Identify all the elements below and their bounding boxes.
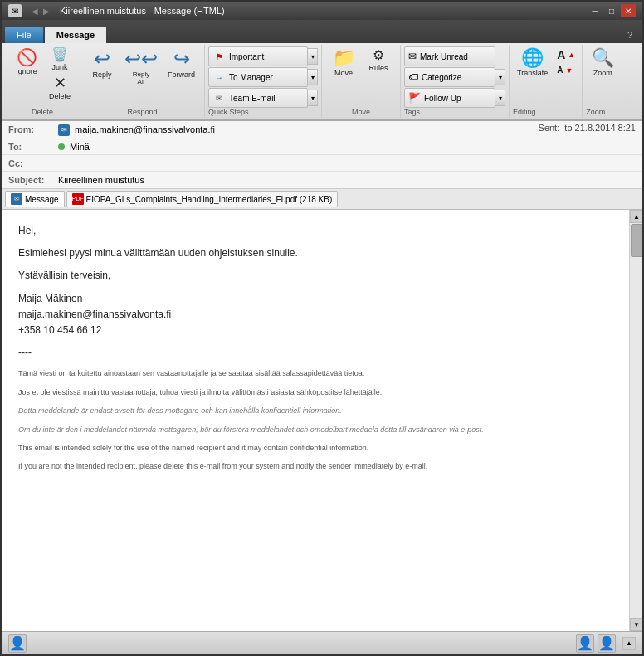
- reply-all-button[interactable]: ↩↩ ReplyAll: [120, 46, 162, 88]
- rules-button[interactable]: ⚙ Rules: [362, 46, 395, 75]
- quickstep-teamemail[interactable]: ✉ Team E-mail ▾: [208, 88, 318, 108]
- status-person-btn-1[interactable]: 👤: [576, 634, 594, 653]
- quickstep-important[interactable]: ⚑ Important ▾: [208, 46, 318, 66]
- zoom-button[interactable]: 🔍 Zoom: [586, 46, 619, 80]
- status-scroll-up[interactable]: ▲: [622, 637, 636, 650]
- nav-arrows: ◀ ▶: [30, 6, 51, 17]
- header-row-cc: Cc:: [2, 155, 642, 172]
- reply-label: Reply: [92, 70, 111, 79]
- nav-forward[interactable]: ▶: [41, 6, 51, 17]
- reply-icon: ↩: [94, 49, 110, 69]
- header-row-from: From: ✉ maija.makinen@finanssivalvonta.f…: [2, 121, 642, 138]
- forward-button[interactable]: ↪ Forward: [163, 46, 199, 81]
- font-size-up-button[interactable]: A ▲: [554, 46, 578, 63]
- ribbon-group-zoom: 🔍 Zoom Zoom: [583, 45, 622, 118]
- junk-button[interactable]: 🗑️ Junk: [45, 46, 75, 73]
- body-para1: Esimiehesi pyysi minua välittämään uuden…: [18, 245, 612, 261]
- scroll-track: [630, 223, 642, 618]
- ignore-label: Ignore: [16, 67, 37, 75]
- header-row-subject: Subject: Kiireellinen muistutus: [2, 172, 642, 188]
- scrollbar[interactable]: ▲ ▼: [629, 210, 642, 631]
- disclaimer-sv1: Detta meddelande är endast avsett för de…: [18, 405, 612, 416]
- font-size-down-button[interactable]: A ▼: [554, 64, 578, 76]
- junk-icon: 🗑️: [51, 48, 68, 61]
- tag-categorize[interactable]: 🏷 Categorize ▾: [404, 67, 505, 87]
- window-title: Kiireellinen muistutus - Message (HTML): [60, 6, 225, 16]
- message-body-wrap: Hei, Esimiehesi pyysi minua välittämään …: [2, 210, 642, 631]
- move-icon: 📁: [333, 49, 355, 67]
- message-tab-label: Message: [25, 195, 59, 204]
- important-icon: ⚑: [212, 50, 226, 63]
- reply-button[interactable]: ↩ Reply: [85, 46, 119, 81]
- ribbon-group-respond: ↩ Reply ↩↩ ReplyAll ↪ Forward Respond: [80, 45, 205, 118]
- status-bar: 👤 👤 👤 ▲: [2, 631, 642, 654]
- markunread-label: Mark Unread: [420, 52, 468, 61]
- move-button[interactable]: 📁 Move: [327, 46, 360, 80]
- ignore-button[interactable]: 🚫 Ignore: [10, 46, 43, 78]
- zoom-icon: 🔍: [592, 49, 614, 67]
- respond-group-label: Respond: [127, 106, 157, 116]
- minimize-button[interactable]: ─: [588, 4, 603, 17]
- status-right: 👤 👤: [576, 634, 616, 653]
- font-size-small-icon: A: [557, 66, 563, 75]
- cc-label: Cc:: [8, 157, 58, 168]
- move-group-content: 📁 Move ⚙ Rules: [327, 46, 395, 106]
- maximize-button[interactable]: □: [604, 4, 619, 17]
- tag-markunread[interactable]: ✉ Mark Unread: [404, 46, 505, 66]
- tag-followup[interactable]: 🚩 Follow Up ▾: [404, 88, 505, 108]
- zoom-label: Zoom: [593, 69, 612, 77]
- scroll-thumb[interactable]: [631, 224, 642, 257]
- translate-button[interactable]: 🌐 Translate: [513, 46, 552, 80]
- sent-time: to 21.8.2014 8:21: [564, 123, 636, 133]
- to-email: Minä: [70, 142, 90, 152]
- tab-attachment-pdf[interactable]: PDF EIOPA_GLs_Complaints_Handling_Interm…: [66, 191, 339, 207]
- nav-back[interactable]: ◀: [30, 6, 40, 17]
- tags-group-label: Tags: [404, 108, 505, 116]
- from-avatar: ✉: [58, 124, 70, 136]
- body-signature-email: maija.makinen@finanssivalvonta.fi: [18, 307, 612, 323]
- tab-message[interactable]: Message: [45, 27, 106, 43]
- status-person-btn-2[interactable]: 👤: [598, 634, 616, 653]
- followup-dropdown[interactable]: ▾: [495, 90, 505, 106]
- tab-file[interactable]: File: [5, 27, 43, 43]
- ribbon-group-quicksteps: ⚑ Important ▾ → To Manager ▾ ✉ Team E-ma: [205, 45, 322, 118]
- disclaimer-fi2: Jos et ole viestissä mainittu vastaanott…: [18, 386, 612, 398]
- ribbon-tabs: File Message ?: [2, 20, 642, 43]
- important-dropdown[interactable]: ▾: [308, 48, 318, 65]
- ribbon: 🚫 Ignore 🗑️ Junk ✕ Delete Delete: [2, 43, 642, 121]
- main-window: ✉ ◀ ▶ Kiireellinen muistutus - Message (…: [0, 0, 644, 656]
- sent-value: Sent: to 21.8.2014 8:21: [539, 123, 636, 133]
- disclaimer-fi1: Tämä viesti on tarkoitettu ainoastaan se…: [18, 367, 612, 379]
- body-signature-phone: +358 10 454 66 12: [18, 323, 612, 338]
- disclaimer-en2: If you are not the intended recipient, p…: [18, 460, 612, 472]
- quicksteps-content: ⚑ Important ▾ → To Manager ▾ ✉ Team E-ma: [208, 46, 318, 108]
- scroll-up-button[interactable]: ▲: [630, 210, 642, 223]
- ribbon-group-tags: ✉ Mark Unread 🏷 Categorize ▾ 🚩 Follow Up: [401, 45, 510, 118]
- scroll-down-button[interactable]: ▼: [630, 618, 642, 631]
- subject-value: Kiireellinen muistutus: [58, 173, 636, 185]
- disclaimer-sv2: Om du inte är den i meddelandet nämnda m…: [18, 424, 612, 435]
- pdf-tab-label: EIOPA_GLs_Complaints_Handling_Intermedia…: [86, 195, 333, 204]
- delete-group-label: Delete: [32, 106, 53, 116]
- message-tab-icon: ✉: [11, 193, 22, 205]
- ribbon-group-move: 📁 Move ⚙ Rules Move: [322, 45, 401, 118]
- tomanager-label: To Manager: [229, 73, 273, 82]
- delete-label: Delete: [49, 92, 71, 100]
- to-value: Minä: [58, 140, 636, 152]
- ribbon-group-editing: 🌐 Translate A ▲ A ▼ Editing: [510, 45, 583, 118]
- ignore-icon: 🚫: [17, 49, 37, 66]
- body-closing: Ystävällisin terveisin,: [18, 268, 612, 284]
- help-button[interactable]: ?: [621, 27, 639, 43]
- tab-message-body[interactable]: ✉ Message: [5, 191, 65, 207]
- reply-all-icon: ↩↩: [124, 49, 158, 69]
- categorize-dropdown[interactable]: ▾: [495, 69, 505, 85]
- close-button[interactable]: ✕: [621, 4, 636, 17]
- tomanager-dropdown[interactable]: ▾: [308, 69, 318, 85]
- delete-button[interactable]: ✕ Delete: [45, 74, 75, 102]
- translate-label: Translate: [517, 69, 548, 77]
- quickstep-tomanager[interactable]: → To Manager ▾: [208, 67, 318, 87]
- font-size-down-icon: ▼: [565, 66, 573, 75]
- tags-content: ✉ Mark Unread 🏷 Categorize ▾ 🚩 Follow Up: [404, 46, 505, 108]
- teamemail-dropdown[interactable]: ▾: [308, 90, 318, 106]
- tomanager-icon: →: [212, 70, 226, 84]
